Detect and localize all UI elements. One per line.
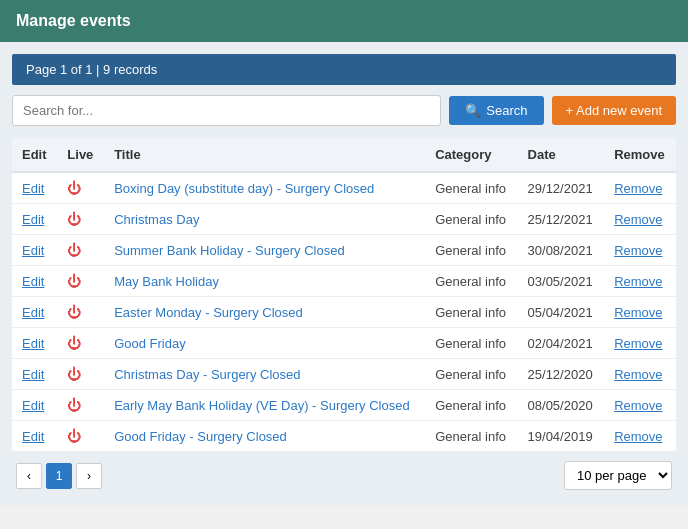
edit-link-2[interactable]: Edit — [22, 243, 44, 258]
date-cell-4: 05/04/2021 — [518, 297, 605, 328]
category-cell-5: General info — [425, 328, 517, 359]
table-row: Edit ⏻ Good Friday General info 02/04/20… — [12, 328, 676, 359]
table-row: Edit ⏻ Christmas Day General info 25/12/… — [12, 204, 676, 235]
edit-link-3[interactable]: Edit — [22, 274, 44, 289]
date-cell-5: 02/04/2021 — [518, 328, 605, 359]
col-edit: Edit — [12, 138, 57, 172]
live-icon-6[interactable]: ⏻ — [67, 366, 81, 382]
records-info: Page 1 of 1 | 9 records — [26, 62, 157, 77]
category-cell-1: General info — [425, 204, 517, 235]
title-cell-7: Early May Bank Holiday (VE Day) - Surger… — [104, 390, 425, 421]
edit-link-7[interactable]: Edit — [22, 398, 44, 413]
title-cell-2: Summer Bank Holiday - Surgery Closed — [104, 235, 425, 266]
table-row: Edit ⏻ Christmas Day - Surgery Closed Ge… — [12, 359, 676, 390]
edit-link-0[interactable]: Edit — [22, 181, 44, 196]
edit-link-8[interactable]: Edit — [22, 429, 44, 444]
title-cell-5: Good Friday — [104, 328, 425, 359]
pagination-controls: ‹ 1 › — [16, 463, 102, 489]
remove-link-2[interactable]: Remove — [614, 243, 662, 258]
remove-link-3[interactable]: Remove — [614, 274, 662, 289]
category-cell-7: General info — [425, 390, 517, 421]
category-cell-2: General info — [425, 235, 517, 266]
search-icon: 🔍 — [465, 103, 481, 118]
live-icon-1[interactable]: ⏻ — [67, 211, 81, 227]
col-remove: Remove — [604, 138, 676, 172]
add-event-label: + Add new event — [566, 103, 663, 118]
date-cell-3: 03/05/2021 — [518, 266, 605, 297]
category-cell-4: General info — [425, 297, 517, 328]
remove-link-6[interactable]: Remove — [614, 367, 662, 382]
category-cell-3: General info — [425, 266, 517, 297]
date-cell-6: 25/12/2020 — [518, 359, 605, 390]
title-cell-8: Good Friday - Surgery Closed — [104, 421, 425, 452]
search-input[interactable] — [12, 95, 441, 126]
remove-link-7[interactable]: Remove — [614, 398, 662, 413]
remove-link-8[interactable]: Remove — [614, 429, 662, 444]
events-table-container: Edit Live Title Category Date Remove Edi… — [12, 138, 676, 451]
live-icon-5[interactable]: ⏻ — [67, 335, 81, 351]
live-icon-2[interactable]: ⏻ — [67, 242, 81, 258]
page-header: Manage events — [0, 0, 688, 42]
page-1-button[interactable]: 1 — [46, 463, 72, 489]
prev-icon: ‹ — [27, 469, 31, 483]
date-cell-0: 29/12/2021 — [518, 172, 605, 204]
title-cell-1: Christmas Day — [104, 204, 425, 235]
col-category: Category — [425, 138, 517, 172]
table-row: Edit ⏻ Boxing Day (substitute day) - Sur… — [12, 172, 676, 204]
category-cell-0: General info — [425, 172, 517, 204]
col-title: Title — [104, 138, 425, 172]
edit-link-1[interactable]: Edit — [22, 212, 44, 227]
remove-link-1[interactable]: Remove — [614, 212, 662, 227]
date-cell-7: 08/05/2020 — [518, 390, 605, 421]
toolbar: 🔍 Search + Add new event — [12, 95, 676, 126]
page-1-label: 1 — [56, 469, 63, 483]
edit-link-6[interactable]: Edit — [22, 367, 44, 382]
live-icon-8[interactable]: ⏻ — [67, 428, 81, 444]
category-cell-6: General info — [425, 359, 517, 390]
per-page-select[interactable]: 10 per page25 per page50 per page — [564, 461, 672, 490]
remove-link-5[interactable]: Remove — [614, 336, 662, 351]
add-event-button[interactable]: + Add new event — [552, 96, 677, 125]
title-cell-4: Easter Monday - Surgery Closed — [104, 297, 425, 328]
edit-link-5[interactable]: Edit — [22, 336, 44, 351]
live-icon-4[interactable]: ⏻ — [67, 304, 81, 320]
live-icon-0[interactable]: ⏻ — [67, 180, 81, 196]
content-area: Page 1 of 1 | 9 records 🔍 Search + Add n… — [0, 42, 688, 506]
col-date: Date — [518, 138, 605, 172]
remove-link-4[interactable]: Remove — [614, 305, 662, 320]
title-cell-3: May Bank Holiday — [104, 266, 425, 297]
search-button[interactable]: 🔍 Search — [449, 96, 543, 125]
table-row: Edit ⏻ Summer Bank Holiday - Surgery Clo… — [12, 235, 676, 266]
table-header-row: Edit Live Title Category Date Remove — [12, 138, 676, 172]
live-icon-3[interactable]: ⏻ — [67, 273, 81, 289]
next-icon: › — [87, 469, 91, 483]
pagination-row: ‹ 1 › 10 per page25 per page50 per page — [12, 451, 676, 494]
info-bar: Page 1 of 1 | 9 records — [12, 54, 676, 85]
date-cell-8: 19/04/2019 — [518, 421, 605, 452]
table-row: Edit ⏻ May Bank Holiday General info 03/… — [12, 266, 676, 297]
table-row: Edit ⏻ Easter Monday - Surgery Closed Ge… — [12, 297, 676, 328]
events-table: Edit Live Title Category Date Remove Edi… — [12, 138, 676, 451]
next-page-button[interactable]: › — [76, 463, 102, 489]
remove-link-0[interactable]: Remove — [614, 181, 662, 196]
search-button-label: Search — [486, 103, 527, 118]
table-row: Edit ⏻ Early May Bank Holiday (VE Day) -… — [12, 390, 676, 421]
date-cell-1: 25/12/2021 — [518, 204, 605, 235]
live-icon-7[interactable]: ⏻ — [67, 397, 81, 413]
page-title: Manage events — [16, 12, 131, 29]
table-row: Edit ⏻ Good Friday - Surgery Closed Gene… — [12, 421, 676, 452]
col-live: Live — [57, 138, 104, 172]
category-cell-8: General info — [425, 421, 517, 452]
title-cell-0: Boxing Day (substitute day) - Surgery Cl… — [104, 172, 425, 204]
prev-page-button[interactable]: ‹ — [16, 463, 42, 489]
edit-link-4[interactable]: Edit — [22, 305, 44, 320]
date-cell-2: 30/08/2021 — [518, 235, 605, 266]
title-cell-6: Christmas Day - Surgery Closed — [104, 359, 425, 390]
